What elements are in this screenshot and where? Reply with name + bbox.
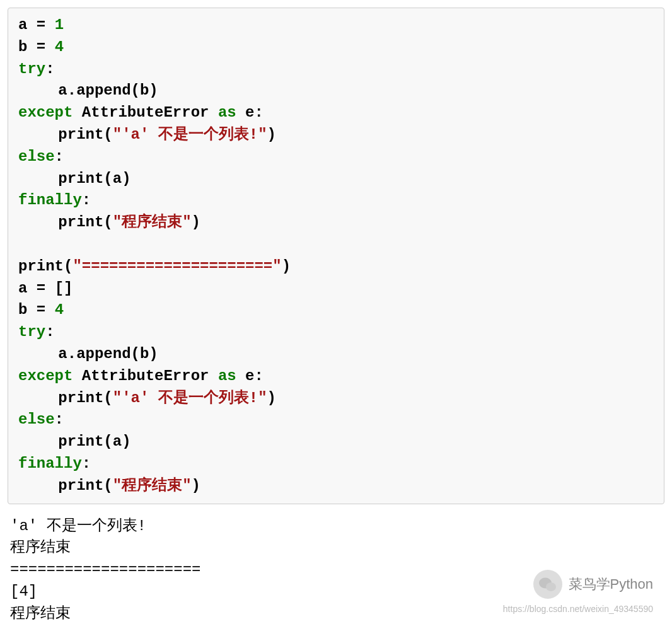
output-line: 'a' 不是一个列表! — [10, 516, 664, 538]
var-a: a — [18, 16, 27, 33]
output-line: 程序结束 — [10, 603, 664, 624]
output-line: ===================== — [10, 559, 664, 581]
kw-else: else — [18, 148, 55, 165]
kw-try: try — [18, 61, 45, 78]
output-block: 'a' 不是一个列表! 程序结束 ===================== [… — [8, 516, 664, 624]
output-line: [4] — [10, 581, 664, 603]
kw-except: except — [18, 104, 72, 121]
code-block: a = 1 b = 4 try: a.append(b) except Attr… — [8, 8, 664, 504]
output-line: 程序结束 — [10, 537, 664, 559]
kw-finally: finally — [18, 192, 82, 209]
